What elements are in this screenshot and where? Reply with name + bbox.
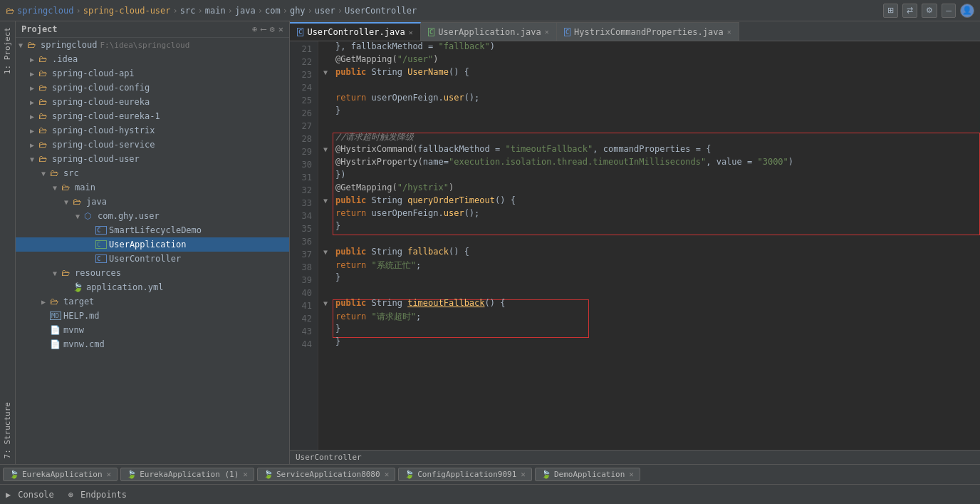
sidebar-item-smartlifecycle[interactable]: ▶ C SmartLifecycleDemo <box>16 223 289 237</box>
minimize-button[interactable]: ─ <box>942 4 956 18</box>
sidebar-item-target[interactable]: ▶ 🗁 target <box>16 294 289 309</box>
run-tab-close[interactable]: ✕ <box>107 470 112 479</box>
sidebar-item-main[interactable]: ▼ 🗁 main <box>16 180 289 195</box>
bottom-status-bar: ▶ Console ⊛ Endpoints <box>0 484 980 504</box>
bc-springcloud[interactable]: springcloud <box>17 6 73 16</box>
sidebar-item-hystrix[interactable]: ▶ 🗁 spring-cloud-hystrix <box>16 123 289 138</box>
sidebar-collapse-icon[interactable]: ⟵ <box>261 24 266 34</box>
tab-userapplication[interactable]: C UserApplication.java ✕ <box>421 22 557 41</box>
arrow-icon: ▼ <box>53 184 61 192</box>
bc-user[interactable]: user <box>315 6 335 16</box>
tab-usercontroller[interactable]: C UserController.java ✕ <box>290 22 421 41</box>
spring-run-icon: 🍃 <box>9 470 19 479</box>
tab-hystrix[interactable]: C HystrixCommandProperties.java ✕ <box>557 22 739 41</box>
sidebar-item-mvnw-cmd[interactable]: ▶ 📄 mvnw.cmd <box>16 337 289 351</box>
sidebar-add-icon[interactable]: ⊕ <box>252 24 257 34</box>
structure-panel-label[interactable]: 7: Structure <box>1 396 14 464</box>
sidebar-settings-icon[interactable]: ⚙ <box>270 24 275 34</box>
tab-close-button[interactable]: ✕ <box>727 28 731 36</box>
code-line-41: public String timeoutFallback() { <box>333 298 980 311</box>
arrow-icon: ▶ <box>30 113 38 120</box>
sidebar-label: spring-cloud-eureka <box>52 97 150 107</box>
code-editor[interactable]: }, fallbackMethod = "fallback") @GetMapp… <box>333 41 980 450</box>
sidebar-label: main <box>75 182 95 192</box>
run-tab-eureka[interactable]: 🍃 EurekaApplication ✕ <box>3 468 118 481</box>
sidebar-item-mvnw[interactable]: ▶ 📄 mvnw <box>16 323 289 337</box>
sidebar-item-user[interactable]: ▼ 🗁 spring-cloud-user <box>16 152 289 166</box>
spring-run-icon: 🍃 <box>541 470 551 479</box>
line-num: 38 <box>290 261 312 274</box>
sidebar-label: spring-cloud-hystrix <box>52 125 155 135</box>
sync-button[interactable]: ⇄ <box>902 4 917 18</box>
sidebar-label: spring-cloud-config <box>52 83 150 93</box>
folder-icon: 🗁 <box>73 197 84 207</box>
arrow-icon: ▶ <box>30 56 38 63</box>
sidebar-item-src[interactable]: ▼ 🗁 src <box>16 166 289 180</box>
bc-java[interactable]: java <box>235 6 256 16</box>
sidebar-item-resources[interactable]: ▼ 🗁 resources <box>16 266 289 280</box>
sidebar-close-icon[interactable]: ✕ <box>278 24 283 34</box>
sidebar-item-springcloud[interactable]: ▼ 🗁 springcloud F:\idea\springcloud <box>16 38 289 52</box>
run-tab-config[interactable]: 🍃 ConfigApplication9091 ✕ <box>398 468 532 481</box>
sidebar-item-service[interactable]: ▶ 🗁 spring-cloud-service <box>16 138 289 152</box>
folder-icon: 🗁 <box>50 297 61 307</box>
tab-close-button[interactable]: ✕ <box>545 28 549 36</box>
expand-button[interactable]: ⊞ <box>883 4 898 18</box>
run-tab-service[interactable]: 🍃 ServiceApplication8080 ✕ <box>257 468 395 481</box>
yml-icon: 🍃 <box>73 282 84 292</box>
code-line-36 <box>333 234 980 247</box>
line-num: 27 <box>290 120 312 133</box>
endpoints-label[interactable]: Endpoints <box>80 490 127 500</box>
sidebar-item-package[interactable]: ▼ ⬡ com.ghy.user <box>16 209 289 223</box>
bc-main[interactable]: main <box>205 6 226 16</box>
sidebar-item-usercontroller[interactable]: ▶ C UserController <box>16 252 289 266</box>
sidebar-item-eureka1[interactable]: ▶ 🗁 spring-cloud-eureka-1 <box>16 109 289 123</box>
sidebar-item-help[interactable]: ▶ MD HELP.md <box>16 309 289 323</box>
tab-close-button[interactable]: ✕ <box>409 29 413 36</box>
run-tab-close[interactable]: ✕ <box>629 470 634 479</box>
project-panel-label[interactable]: 1: Project <box>1 21 14 80</box>
sidebar-item-config[interactable]: ▶ 🗁 spring-cloud-config <box>16 81 289 95</box>
console-label[interactable]: Console <box>18 490 54 500</box>
bc-spring-cloud-user[interactable]: spring-cloud-user <box>83 6 171 16</box>
settings-button[interactable]: ⚙ <box>922 4 937 18</box>
sidebar-label: mvnw.cmd <box>63 339 105 349</box>
code-line-31: }) <box>333 170 980 182</box>
sidebar-label: com.ghy.user <box>98 211 160 221</box>
sidebar-item-idea[interactable]: ▶ 🗁 .idea <box>16 52 289 66</box>
sidebar-item-yml[interactable]: ▶ 🍃 application.yml <box>16 280 289 294</box>
run-tab-close[interactable]: ✕ <box>521 470 526 479</box>
package-icon: ⬡ <box>84 211 95 221</box>
avatar-button[interactable]: 👤 <box>960 4 974 18</box>
arrow-icon: ▼ <box>19 41 27 49</box>
sidebar-icons: ⊕ ⟵ ⚙ ✕ <box>252 24 283 34</box>
line-num: 35 <box>290 222 312 235</box>
line-num: 34 <box>290 210 312 222</box>
arrow-icon: ▼ <box>64 198 73 206</box>
bc-usercontroller[interactable]: UserController <box>345 6 417 16</box>
bc-src[interactable]: src <box>180 6 196 16</box>
line-num: 21 <box>290 43 312 56</box>
sidebar-item-api[interactable]: ▶ 🗁 spring-cloud-api <box>16 66 289 81</box>
run-tab-label: DemoApplication <box>554 470 625 479</box>
run-tab-demo[interactable]: 🍃 DemoApplication ✕ <box>535 468 640 481</box>
bc-ghy[interactable]: ghy <box>290 6 306 16</box>
line-num: 26 <box>290 107 312 120</box>
sidebar-item-java[interactable]: ▼ 🗁 java <box>16 195 289 209</box>
folder-icon: 🗁 <box>61 268 73 278</box>
java-icon: C <box>428 28 434 36</box>
line-num: 44 <box>290 338 312 351</box>
run-tab-eureka1[interactable]: 🍃 EurekaApplication (1) ✕ <box>120 468 254 481</box>
arrow-icon: ▼ <box>75 212 84 220</box>
sidebar-item-userapplication[interactable]: ▶ C UserApplication <box>16 237 289 252</box>
code-line-33: public String queryOrderTimeout() { <box>333 195 980 208</box>
tab-label: UserController.java <box>307 27 405 37</box>
bc-com[interactable]: com <box>265 6 281 16</box>
breadcrumb-buttons: ⊞ ⇄ ⚙ ─ 👤 <box>883 4 974 18</box>
run-tab-close[interactable]: ✕ <box>385 470 390 479</box>
run-tab-close[interactable]: ✕ <box>243 470 248 479</box>
line-num: 25 <box>290 94 312 107</box>
line-num: 33 <box>290 197 312 210</box>
sidebar-label: java <box>86 197 107 207</box>
sidebar-item-eureka[interactable]: ▶ 🗁 spring-cloud-eureka <box>16 95 289 109</box>
